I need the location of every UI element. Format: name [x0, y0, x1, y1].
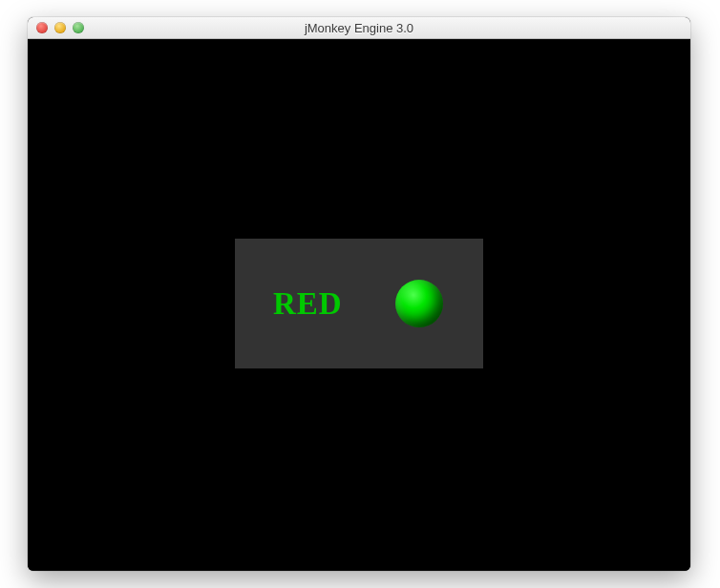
hud-panel: RED: [235, 239, 483, 368]
minimize-icon[interactable]: [54, 22, 66, 33]
zoom-icon[interactable]: [73, 22, 84, 33]
close-icon[interactable]: [36, 22, 48, 33]
window-title: jMonkey Engine 3.0: [28, 21, 690, 35]
traffic-lights: [36, 22, 84, 33]
app-window: jMonkey Engine 3.0 RED: [28, 17, 690, 571]
titlebar[interactable]: jMonkey Engine 3.0: [28, 17, 690, 39]
viewport: RED: [28, 39, 690, 571]
hud-label: RED: [273, 286, 343, 322]
sphere-icon: [395, 280, 443, 327]
